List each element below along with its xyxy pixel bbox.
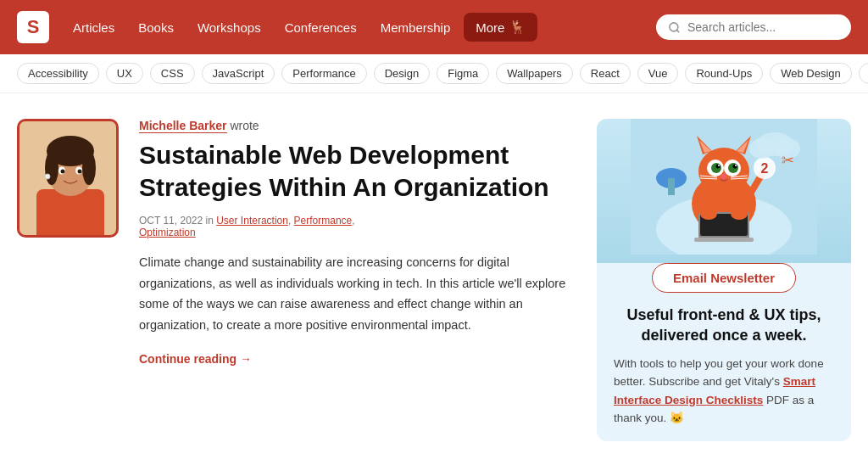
cat-illustration: 2 ✂ xyxy=(597,119,851,263)
tag-optimization[interactable]: Optimization xyxy=(139,227,196,238)
tag-web-design[interactable]: Web Design xyxy=(770,63,852,84)
nav-articles[interactable]: Articles xyxy=(63,14,125,42)
tag-figma[interactable]: Figma xyxy=(437,63,489,84)
svg-point-8 xyxy=(82,151,96,185)
nav-membership[interactable]: Membership xyxy=(370,14,461,42)
tag-react[interactable]: React xyxy=(580,63,631,84)
svg-text:2: 2 xyxy=(761,161,769,176)
svg-point-38 xyxy=(700,208,717,220)
article-excerpt: Climate change and sustainability are in… xyxy=(139,252,571,336)
tag-round-ups[interactable]: Round-Ups xyxy=(685,63,763,84)
tag-vue[interactable]: Vue xyxy=(637,63,679,84)
main-nav: Articles Books Workshops Conferences Mem… xyxy=(63,13,639,42)
search-input[interactable] xyxy=(687,20,839,34)
search-box xyxy=(656,14,851,40)
author-line: Michelle Barker wrote xyxy=(139,119,571,132)
article-meta: OCT 11, 2022 in User Interaction, Perfor… xyxy=(139,215,571,238)
svg-point-28 xyxy=(718,165,720,166)
newsletter-heading: Useful front-end & UX tips, delivered on… xyxy=(597,305,851,346)
svg-rect-44 xyxy=(668,178,675,195)
svg-rect-37 xyxy=(694,238,754,242)
svg-point-26 xyxy=(716,165,721,169)
more-button[interactable]: More 🦌 xyxy=(464,13,537,42)
tag-guides[interactable]: Guides xyxy=(859,63,868,84)
tags-bar: Accessibility UX CSS JavaScript Performa… xyxy=(0,54,868,93)
nav-workshops[interactable]: Workshops xyxy=(187,14,271,42)
email-newsletter-button[interactable]: Email Newsletter xyxy=(652,263,796,293)
sidebar: 2 ✂ Email Newsletter Useful front-end & … xyxy=(597,119,851,441)
svg-line-1 xyxy=(676,30,679,32)
nav-books[interactable]: Books xyxy=(128,14,184,42)
tag-performance-link[interactable]: Performance xyxy=(294,215,353,227)
deer-icon: 🦌 xyxy=(509,20,526,35)
svg-text:✂: ✂ xyxy=(782,152,794,169)
tag-wallpapers[interactable]: Wallpapers xyxy=(496,63,573,84)
tag-ux[interactable]: UX xyxy=(106,63,143,84)
svg-point-17 xyxy=(698,148,749,195)
svg-point-12 xyxy=(78,170,82,174)
author-suffix: wrote xyxy=(227,119,259,132)
tag-css[interactable]: CSS xyxy=(150,63,195,84)
newsletter-desc: With tools to help you get your work don… xyxy=(597,355,851,428)
svg-point-13 xyxy=(45,174,50,179)
svg-point-7 xyxy=(45,151,58,185)
tag-user-interaction[interactable]: User Interaction xyxy=(216,215,288,227)
in-label: in xyxy=(206,215,217,227)
article-title: Sustainable Web Development Strategies W… xyxy=(139,139,571,203)
nav-conferences[interactable]: Conferences xyxy=(275,14,367,42)
article-content: Michelle Barker wrote Sustainable Web De… xyxy=(139,119,571,441)
tag-accessibility[interactable]: Accessibility xyxy=(17,63,99,84)
svg-point-25 xyxy=(728,163,738,173)
svg-point-30 xyxy=(721,174,727,179)
tag-design[interactable]: Design xyxy=(374,63,430,84)
svg-rect-3 xyxy=(36,189,104,238)
svg-point-27 xyxy=(733,165,737,169)
tag-javascript[interactable]: JavaScript xyxy=(202,63,275,84)
svg-point-46 xyxy=(749,138,775,159)
article-date: OCT 11, 2022 xyxy=(139,215,203,227)
newsletter-card: 2 ✂ Email Newsletter Useful front-end & … xyxy=(597,119,851,441)
svg-point-39 xyxy=(731,208,748,220)
article-section: Michelle Barker wrote Sustainable Web De… xyxy=(17,119,571,441)
svg-point-11 xyxy=(61,170,65,174)
main-content: Michelle Barker wrote Sustainable Web De… xyxy=(0,93,868,467)
author-image xyxy=(17,119,119,238)
continue-reading-link[interactable]: Continue reading → xyxy=(139,352,252,366)
site-logo[interactable]: S xyxy=(17,11,49,43)
author-name[interactable]: Michelle Barker xyxy=(139,119,227,133)
search-icon xyxy=(668,21,681,34)
svg-point-24 xyxy=(711,163,721,173)
svg-point-0 xyxy=(670,22,678,31)
tag-performance[interactable]: Performance xyxy=(281,63,366,84)
site-header: S Articles Books Workshops Conferences M… xyxy=(0,0,868,54)
svg-point-29 xyxy=(735,165,737,166)
